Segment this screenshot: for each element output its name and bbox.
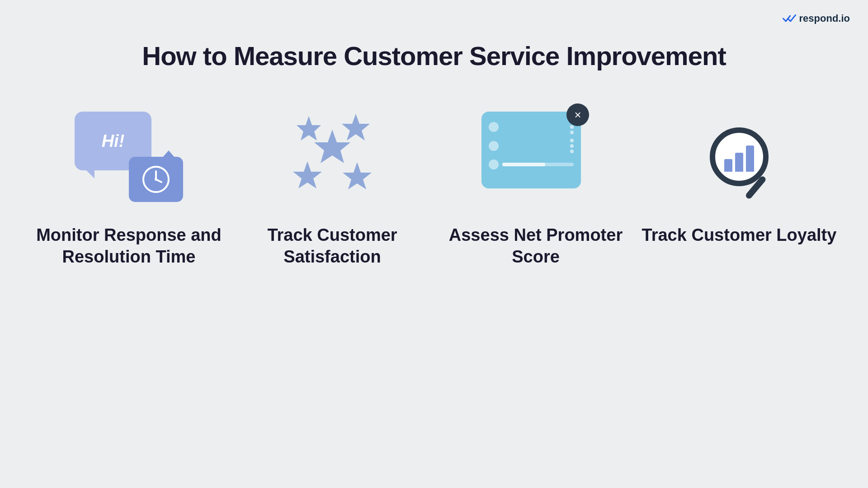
survey-slider-fill	[502, 163, 545, 166]
survey-slider-track	[502, 163, 574, 166]
svg-marker-7	[293, 161, 322, 188]
card-nps: × Assess Net Promoter Score	[434, 107, 637, 267]
survey-slider	[489, 160, 574, 169]
card-satisfaction: Track Customer Satisfaction	[231, 107, 434, 267]
monitor-icon: Hi!	[75, 107, 183, 206]
satisfaction-icon	[287, 107, 377, 206]
magnifier-handle	[745, 175, 767, 200]
clock-icon	[142, 165, 170, 194]
monitor-label: Monitor Response and Resolution Time	[27, 225, 231, 267]
bar-3	[746, 145, 754, 172]
satisfaction-label: Track Customer Satisfaction	[231, 225, 434, 267]
card-monitor: Hi! Monitor Response and Resolution Time	[27, 107, 231, 267]
loyalty-label: Track Customer Loyalty	[642, 225, 837, 246]
cards-container: Hi! Monitor Response and Resolution Time	[0, 107, 868, 267]
svg-marker-8	[343, 162, 372, 189]
bar-2	[735, 153, 743, 172]
magnifier-glass	[710, 127, 769, 186]
survey-circle-1	[489, 122, 499, 132]
logo-text: respond.io	[799, 13, 850, 24]
survey-row-2	[489, 139, 574, 153]
loyalty-icon	[698, 107, 780, 206]
logo-icon	[782, 14, 797, 23]
survey-row-1	[489, 120, 574, 134]
survey-card: ×	[481, 112, 581, 188]
nps-label: Assess Net Promoter Score	[434, 225, 637, 267]
svg-marker-6	[314, 130, 350, 163]
stars-group	[287, 112, 377, 202]
survey-circle-3	[489, 160, 499, 169]
nps-icon: ×	[481, 107, 590, 206]
svg-line-3	[156, 179, 161, 182]
svg-marker-4	[297, 116, 321, 141]
bar-1	[724, 159, 732, 172]
survey-dots-2	[570, 139, 574, 153]
close-button[interactable]: ×	[566, 103, 589, 126]
svg-marker-5	[342, 114, 370, 141]
survey-circle-2	[489, 141, 499, 151]
logo: respond.io	[782, 13, 850, 24]
stars-svg	[287, 112, 377, 197]
clock-bubble	[129, 157, 183, 202]
magnifier	[698, 112, 780, 202]
survey-card-wrapper: ×	[481, 112, 590, 202]
card-loyalty: Track Customer Loyalty	[637, 107, 841, 246]
page-title: How to Measure Customer Service Improvem…	[0, 41, 868, 71]
bar-chart	[724, 142, 754, 172]
